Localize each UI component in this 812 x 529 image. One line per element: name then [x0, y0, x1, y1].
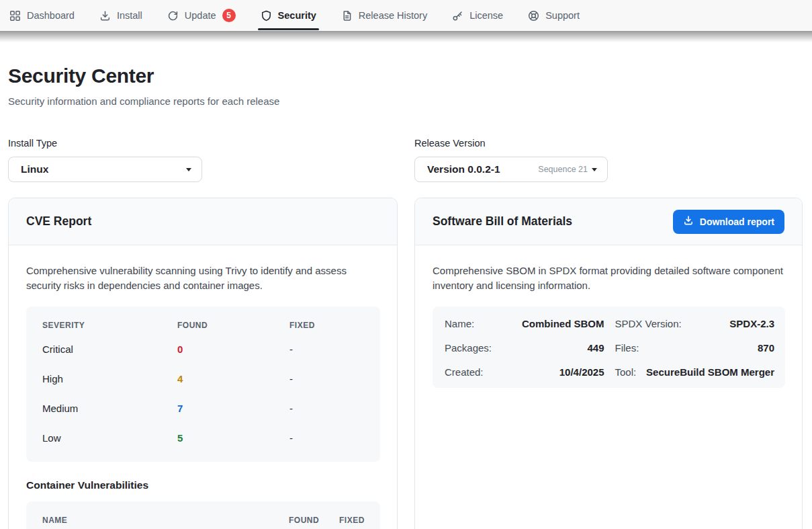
severity-name: Medium: [42, 403, 177, 414]
sbom-field-value: 449: [587, 342, 604, 354]
table-row: Created: 10/4/2025 Tool: SecureBuild SBO…: [445, 360, 774, 384]
sbom-field-label: Created:: [445, 366, 484, 378]
severity-name: High: [42, 373, 177, 384]
sbom-field-value: 10/4/2025: [559, 366, 604, 378]
sbom-field-label: SPDX Version:: [615, 318, 682, 329]
sbom-field-value: SPDX-2.3: [729, 318, 774, 329]
download-report-button[interactable]: Download report: [673, 210, 784, 234]
sbom-field-value: 870: [758, 342, 774, 354]
container-vulnerabilities-title: Container Vulnerabilities: [26, 479, 380, 491]
nav-tab-label: Dashboard: [27, 10, 75, 21]
severity-table: SEVERITY FOUND FIXED Critical 0 - High 4…: [26, 307, 380, 462]
install-icon: [99, 10, 111, 22]
main-content: Security Center Security information and…: [0, 65, 812, 529]
install-type-field: Install Type Linux: [8, 138, 398, 182]
fixed-count: -: [289, 403, 364, 414]
table-row: Medium 7 -: [42, 393, 364, 423]
cve-report-card: CVE Report Comprehensive vulnerability s…: [8, 198, 398, 529]
severity-col-header: SEVERITY: [42, 321, 177, 330]
nav-tab-security[interactable]: Security: [261, 0, 316, 31]
filters-row: Install Type Linux Release Version Versi…: [8, 138, 803, 182]
sbom-field-value: Combined SBOM: [522, 318, 604, 329]
table-row: Critical 0 -: [42, 334, 364, 364]
chevron-down-icon: [592, 168, 597, 171]
security-icon: [261, 10, 272, 22]
nav-tab-label: Security: [278, 10, 316, 21]
nav-tab-label: Update: [185, 10, 216, 21]
license-icon: [452, 10, 463, 22]
nav-tab-dashboard[interactable]: Dashboard: [9, 0, 75, 31]
found-count: 5: [177, 432, 289, 444]
cve-card-title: CVE Report: [26, 214, 91, 229]
name-col-header: NAME: [42, 516, 289, 525]
fixed-col-header: FIXED: [339, 516, 371, 525]
table-row: Low 5 -: [42, 423, 364, 452]
fixed-col-header: FIXED: [289, 321, 364, 330]
chevron-down-icon: [186, 168, 191, 171]
sbom-field-label: Packages:: [445, 342, 492, 354]
release-version-field: Release Version Version 0.0.2-1 Sequence…: [414, 138, 803, 182]
release-sequence-label: Sequence 21: [538, 165, 588, 174]
nav-tab-support[interactable]: Support: [528, 0, 580, 31]
container-table-header: NAME FOUND FIXED: [26, 501, 380, 529]
fixed-count: -: [289, 432, 364, 444]
severity-name: Critical: [42, 343, 177, 355]
found-count: 0: [177, 343, 289, 355]
sbom-field-value: SecureBuild SBOM Merger: [646, 366, 774, 378]
sbom-card-header: Software Bill of Materials Download repo…: [415, 198, 802, 245]
update-icon: [167, 10, 179, 22]
sbom-card: Software Bill of Materials Download repo…: [414, 198, 803, 529]
table-row: Packages: 449 Files: 870: [445, 335, 774, 360]
sbom-card-title: Software Bill of Materials: [433, 214, 572, 229]
nav-tab-label: Support: [545, 10, 580, 21]
download-icon: [683, 215, 694, 228]
nav-tab-release-history[interactable]: Release History: [341, 0, 427, 31]
found-count: 4: [177, 373, 289, 384]
release-history-icon: [341, 10, 353, 22]
sbom-field-label: Files:: [615, 342, 639, 354]
install-type-select[interactable]: Linux: [8, 157, 202, 182]
nav-tab-install[interactable]: Install: [99, 0, 142, 31]
sbom-field-label: Tool:: [615, 366, 637, 378]
cve-description: Comprehensive vulnerability scanning usi…: [26, 263, 380, 292]
severity-name: Low: [42, 432, 177, 444]
update-count-badge: 5: [222, 9, 236, 22]
release-version-select[interactable]: Version 0.0.2-1 Sequence 21: [414, 157, 608, 182]
cve-card-body: Comprehensive vulnerability scanning usi…: [9, 245, 397, 529]
sbom-card-body: Comprehensive SBOM in SPDX format provid…: [415, 245, 802, 388]
release-version-value: Version 0.0.2-1: [427, 163, 500, 175]
severity-table-header: SEVERITY FOUND FIXED: [42, 317, 364, 334]
fixed-count: -: [289, 343, 364, 355]
nav-tab-label: Release History: [359, 10, 427, 21]
top-nav: Dashboard Install Update 5 Security Rele…: [0, 0, 812, 31]
cve-card-header: CVE Report: [9, 198, 397, 245]
sbom-description: Comprehensive SBOM in SPDX format provid…: [433, 263, 785, 292]
fixed-count: -: [289, 373, 364, 384]
nav-tab-license[interactable]: License: [452, 0, 503, 31]
support-icon: [528, 10, 539, 22]
table-row: Name: Combined SBOM SPDX Version: SPDX-2…: [445, 311, 774, 335]
cards-row: CVE Report Comprehensive vulnerability s…: [8, 198, 803, 529]
table-row: High 4 -: [42, 364, 364, 393]
nav-tab-label: Install: [117, 10, 142, 21]
sbom-field-label: Name:: [445, 318, 474, 329]
page-title: Security Center: [8, 65, 803, 87]
sbom-info-table: Name: Combined SBOM SPDX Version: SPDX-2…: [433, 307, 785, 388]
install-type-label: Install Type: [8, 138, 398, 149]
header-shadow: [0, 31, 812, 42]
nav-tab-label: License: [469, 10, 503, 21]
found-count: 7: [177, 403, 289, 414]
found-col-header: FOUND: [177, 321, 289, 330]
found-col-header: FOUND: [289, 516, 339, 525]
dashboard-icon: [9, 10, 21, 22]
nav-tab-update[interactable]: Update 5: [167, 0, 236, 31]
download-report-label: Download report: [700, 216, 774, 227]
page-subtitle: Security information and compliance repo…: [8, 95, 803, 107]
install-type-value: Linux: [21, 163, 48, 175]
release-version-label: Release Version: [414, 138, 803, 149]
